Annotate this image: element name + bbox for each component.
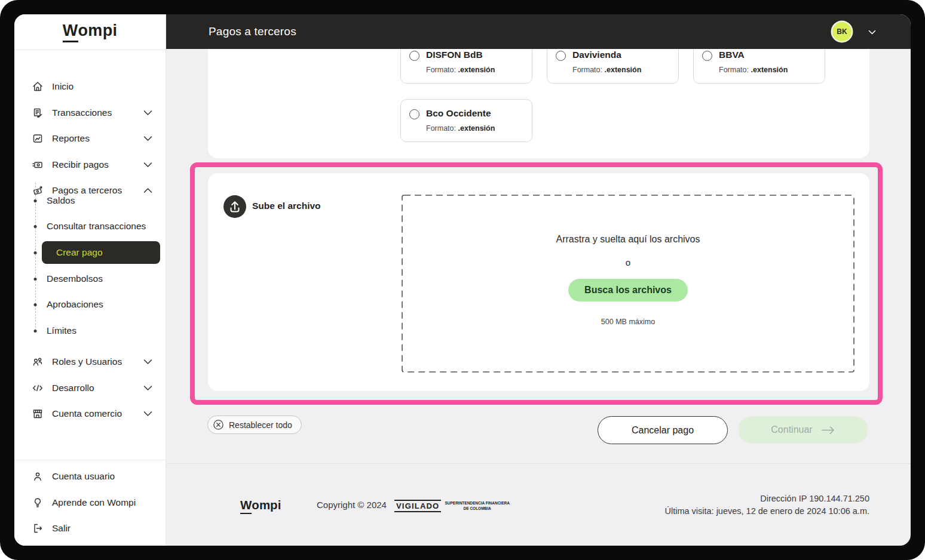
file-dropzone[interactable]: Arrastra y suelta aquí los archivos o Bu…: [402, 195, 854, 373]
logout-icon: [31, 522, 44, 535]
sidebar-divider: [14, 460, 166, 460]
sidebar-item-cuenta-usuario[interactable]: Cuenta usuario: [14, 463, 166, 490]
format-label: Formato:: [426, 66, 456, 74]
browse-files-button[interactable]: Busca los archivos: [568, 279, 688, 301]
cancel-payment-button[interactable]: Cancelar pago: [598, 416, 728, 444]
receive-payments-icon: [31, 158, 44, 171]
footer-divider: [166, 463, 911, 464]
logo-area: Wompi: [14, 14, 166, 50]
subitem-label: Saldos: [47, 195, 75, 206]
bank-name: Bco Occidente: [426, 108, 491, 119]
home-icon: [31, 80, 44, 93]
vigilado-subtext-line1: SUPERINTENDENCIA FINANCIERA: [445, 501, 509, 506]
sidebar-item-roles-y-usuarios[interactable]: Roles y Usuarios: [14, 349, 166, 375]
sidebar-subitem-crear-pago[interactable]: Crear pago: [42, 241, 160, 264]
sidebar-subitem-saldos[interactable]: Saldos: [47, 193, 75, 208]
session-info: Dirección IP 190.144.71.250 Última visit…: [664, 493, 869, 517]
sidebar: Wompi Inicio Transacciones Reportes: [14, 14, 166, 546]
sidebar-item-label: Cuenta usuario: [52, 471, 115, 482]
circle-x-icon: [213, 419, 224, 430]
sidebar-item-label: Roles y Usuarios: [52, 356, 122, 367]
format-label: Formato:: [719, 66, 749, 74]
format-value: .extensión: [458, 66, 495, 74]
avatar[interactable]: BK: [832, 22, 852, 41]
last-visit-text: Última visita: jueves, 12 de enero de 20…: [664, 505, 869, 518]
code-icon: [31, 381, 44, 395]
transactions-icon: [31, 106, 44, 119]
chevron-down-icon: [143, 411, 152, 417]
reset-all-label: Restablecer todo: [229, 420, 292, 430]
bank-format: Formato: .extensión: [426, 124, 495, 133]
sidebar-item-label: Inicio: [52, 81, 73, 92]
page-title: Pagos a terceros: [209, 25, 296, 38]
bank-format: Formato: .extensión: [719, 66, 788, 74]
sidebar-subitem-aprobaciones[interactable]: Aprobaciones: [47, 297, 103, 312]
sidebar-item-inicio[interactable]: Inicio: [14, 73, 166, 100]
sidebar-subitem-desembolsos[interactable]: Desembolsos: [47, 272, 103, 286]
bank-name: DISFON BdB: [426, 50, 483, 60]
vigilado-label: VIGILADO: [394, 500, 441, 512]
sidebar-item-salir[interactable]: Salir: [14, 515, 166, 541]
sidebar-item-aprende-con-wompi[interactable]: Aprende con Wompi: [14, 490, 166, 516]
format-value: .extensión: [605, 66, 642, 74]
upload-icon: [223, 195, 246, 218]
continue-button[interactable]: Continuar: [739, 416, 868, 444]
top-header-bar: Pagos a terceros BK: [166, 14, 911, 49]
sidebar-item-label: Aprende con Wompi: [52, 497, 136, 508]
radio-button[interactable]: [702, 51, 712, 61]
sidebar-subitem-limites[interactable]: Límites: [47, 324, 76, 338]
bank-name: Davivienda: [572, 50, 621, 60]
app-window: Wompi Inicio Transacciones Reportes: [14, 14, 911, 546]
subitem-label: Crear pago: [56, 247, 103, 258]
vigilado-subtext: SUPERINTENDENCIA FINANCIERA DE COLOMBIA: [445, 501, 509, 512]
dropzone-content: Arrastra y suelta aquí los archivos o Bu…: [402, 195, 854, 373]
format-label: Formato:: [572, 66, 602, 74]
lightbulb-icon: [31, 496, 44, 509]
bank-option-bco-occidente[interactable]: Bco Occidente Formato: .extensión: [400, 99, 532, 142]
store-icon: [31, 407, 44, 420]
wompi-logo[interactable]: Wompi: [63, 21, 118, 42]
radio-button[interactable]: [409, 109, 419, 119]
chevron-down-icon: [143, 110, 152, 116]
chevron-up-icon: [143, 187, 152, 193]
device-frame: Wompi Inicio Transacciones Reportes: [0, 0, 925, 560]
reports-icon: [31, 132, 44, 145]
logo-rest: ompi: [252, 498, 281, 512]
dropzone-or-text: o: [626, 257, 630, 267]
avatar-initials: BK: [837, 27, 847, 36]
sidebar-item-cuenta-comercio[interactable]: Cuenta comercio: [14, 401, 166, 427]
max-file-size-text: 500 MB máximo: [601, 318, 655, 326]
vigilado-subtext-line2: DE COLOMBIA: [445, 506, 509, 512]
dropzone-title: Arrastra y suelta aquí los archivos: [556, 234, 700, 245]
arrow-right-icon: [821, 426, 835, 435]
radio-button[interactable]: [409, 51, 419, 61]
subitem-label: Aprobaciones: [47, 299, 103, 310]
sidebar-subitem-consultar-transacciones[interactable]: Consultar transacciones: [47, 219, 146, 233]
chevron-down-icon: [143, 162, 152, 168]
bank-format: Formato: .extensión: [426, 66, 495, 74]
format-label: Formato:: [426, 124, 456, 133]
sidebar-item-label: Desarrollo: [52, 383, 94, 393]
radio-button[interactable]: [556, 51, 566, 61]
vigilado-seal: VIGILADO SUPERINTENDENCIA FINANCIERA DE …: [394, 500, 510, 512]
cancel-payment-label: Cancelar pago: [632, 425, 694, 436]
format-value: .extensión: [458, 124, 495, 133]
sidebar-item-label: Reportes: [52, 133, 90, 144]
sidebar-item-transacciones[interactable]: Transacciones: [14, 100, 166, 126]
sidebar-item-desarrollo[interactable]: Desarrollo: [14, 375, 166, 401]
reset-all-button[interactable]: Restablecer todo: [207, 416, 302, 434]
third-party-payments-icon: [31, 184, 44, 197]
sidebar-item-recibir-pagos[interactable]: Recibir pagos: [14, 152, 166, 178]
logo-rest: ompi: [78, 21, 118, 39]
chevron-down-icon: [143, 359, 152, 365]
submenu-connector-line: [35, 183, 36, 331]
sidebar-item-pagos-a-terceros[interactable]: Pagos a terceros: [14, 177, 166, 204]
subitem-label: Consultar transacciones: [47, 221, 146, 232]
logo-w: W: [240, 498, 252, 514]
ip-address-text: Dirección IP 190.144.71.250: [664, 493, 869, 505]
avatar-chevron-down-icon[interactable]: [868, 30, 876, 35]
sidebar-item-label: Recibir pagos: [52, 159, 109, 170]
upload-section: Sube el archivo Arrastra y suelta aquí l…: [208, 173, 869, 391]
sidebar-item-reportes[interactable]: Reportes: [14, 125, 166, 152]
subitem-label: Límites: [47, 325, 76, 336]
